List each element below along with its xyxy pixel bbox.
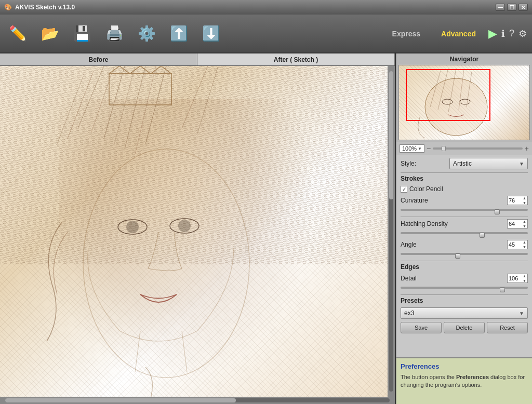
curvature-down[interactable]: ▼	[523, 200, 526, 205]
nav-viewport-indicator[interactable]	[406, 69, 490, 121]
divider-3	[401, 261, 528, 261]
upload-icon: ⬆️	[170, 25, 188, 42]
app-icon: 🎨	[4, 4, 12, 11]
style-select[interactable]: Artistic ▼	[449, 158, 528, 169]
svg-point-15	[126, 221, 139, 233]
zoom-display[interactable]: 100% ▼	[400, 144, 424, 153]
h-scroll-thumb[interactable]	[5, 398, 236, 402]
save-preset-button[interactable]: Save	[401, 322, 442, 333]
upload-button[interactable]: ⬆️	[166, 19, 191, 48]
info-button[interactable]: ℹ	[501, 28, 505, 39]
style-select-arrow: ▼	[519, 161, 524, 167]
download-button[interactable]: ⬇️	[198, 19, 223, 48]
hatching-density-value: 64	[509, 221, 515, 227]
run-button[interactable]: ▶	[488, 27, 497, 41]
color-pencil-row: ✓ Color Pencil	[401, 185, 528, 193]
svg-point-13	[83, 149, 249, 378]
curvature-value-box[interactable]: 76 ▲ ▼	[507, 196, 528, 205]
curvature-slider-thumb[interactable]	[495, 209, 500, 214]
color-pencil-checkbox[interactable]: ✓	[401, 186, 407, 193]
save-button[interactable]: 💾	[70, 19, 95, 48]
h-scroll-track[interactable]	[5, 398, 390, 402]
detail-value-box[interactable]: 106 ▲ ▼	[507, 274, 528, 283]
curvature-up[interactable]: ▲	[523, 196, 526, 200]
help-button[interactable]: ?	[509, 28, 514, 39]
svg-line-18	[0, 118, 52, 170]
edges-header: Edges	[401, 263, 528, 272]
v-scroll-thumb[interactable]	[389, 71, 393, 199]
zoom-plus-button[interactable]: +	[525, 144, 529, 153]
angle-down[interactable]: ▼	[523, 245, 526, 249]
preset-buttons-row: Save Delete Reset	[401, 322, 528, 333]
express-mode-tab[interactable]: Express	[384, 28, 429, 40]
zoom-slider-thumb[interactable]	[442, 146, 446, 151]
hatching-density-header: Hatching Density 64 ▲ ▼	[401, 219, 528, 228]
controls-section: Style: Artistic ▼ Strokes ✓ Color Pencil…	[396, 155, 532, 357]
detail-up[interactable]: ▲	[523, 274, 526, 278]
svg-line-1	[91, 66, 114, 133]
svg-line-0	[78, 66, 104, 128]
settings-button[interactable]: ⚙️	[134, 19, 159, 48]
before-tab[interactable]: Before	[0, 53, 197, 65]
angle-up[interactable]: ▲	[523, 240, 526, 245]
canvas-scrollbar-v[interactable]	[388, 66, 395, 397]
detail-arrows[interactable]: ▲ ▼	[523, 274, 526, 283]
presets-header: Presets	[401, 297, 528, 305]
zoom-slider[interactable]	[433, 147, 523, 150]
reset-preset-button[interactable]: Reset	[487, 322, 528, 333]
angle-value: 45	[509, 241, 515, 248]
hatching-density-slider-thumb[interactable]	[480, 233, 485, 238]
preferences-title: Preferences	[401, 362, 528, 370]
titlebar-right: — ❐ ✕	[496, 4, 528, 11]
advanced-mode-tab[interactable]: Advanced	[433, 28, 484, 40]
print-icon: 🖨️	[105, 25, 124, 42]
hatching-density-up[interactable]: ▲	[523, 219, 526, 224]
style-row: Style: Artistic ▼	[401, 158, 528, 169]
minimize-button[interactable]: —	[496, 4, 505, 11]
print-button[interactable]: 🖨️	[102, 19, 127, 48]
angle-slider-track[interactable]	[401, 253, 528, 255]
angle-slider-thumb[interactable]	[455, 253, 460, 259]
curvature-arrows[interactable]: ▲ ▼	[523, 196, 526, 205]
detail-down[interactable]: ▼	[523, 278, 526, 283]
detail-row: Detail 106 ▲ ▼	[401, 274, 528, 291]
zoom-minus-button[interactable]: −	[427, 144, 431, 153]
app-title: AKVIS Sketch v.13.0	[15, 4, 75, 11]
download-icon: ⬇️	[202, 25, 220, 42]
canvas-scrollbar-h[interactable]	[0, 397, 395, 404]
hatching-density-row: Hatching Density 64 ▲ ▼	[401, 219, 528, 237]
after-tab[interactable]: After ( Sketch )	[197, 53, 395, 65]
hatching-density-down[interactable]: ▼	[523, 224, 526, 228]
load-button[interactable]: 📂	[37, 19, 62, 48]
v-scroll-track[interactable]	[389, 71, 393, 392]
delete-preset-button[interactable]: Delete	[444, 322, 485, 333]
detail-slider-thumb[interactable]	[500, 287, 505, 292]
detail-slider-track[interactable]	[401, 287, 528, 289]
curvature-value: 76	[509, 197, 515, 204]
style-value: Artistic	[453, 160, 472, 167]
restore-button[interactable]: ❐	[507, 4, 516, 11]
pref-text-bold: Preferences	[456, 374, 489, 380]
sketch-svg	[0, 66, 395, 397]
settings-icon: ⚙️	[138, 25, 156, 42]
zoom-dropdown-arrow[interactable]: ▼	[418, 146, 422, 151]
svg-point-17	[178, 220, 191, 232]
angle-value-box[interactable]: 45 ▲ ▼	[507, 240, 528, 249]
preferences-button[interactable]: ⚙	[518, 28, 527, 39]
angle-row: Angle 45 ▲ ▼	[401, 240, 528, 258]
hatching-density-slider-track[interactable]	[401, 232, 528, 234]
close-button[interactable]: ✕	[518, 4, 528, 11]
angle-label: Angle	[401, 241, 417, 248]
pencil-tool-button[interactable]: ✏️	[5, 19, 30, 48]
hatching-density-arrows[interactable]: ▲ ▼	[523, 219, 526, 228]
color-pencil-label: Color Pencil	[409, 185, 443, 193]
curvature-slider-track[interactable]	[401, 209, 528, 211]
svg-line-10	[197, 66, 218, 133]
presets-select[interactable]: ex3 ▼	[401, 307, 528, 319]
angle-arrows[interactable]: ▲ ▼	[523, 240, 526, 249]
divider-2	[401, 217, 528, 217]
svg-marker-12	[109, 66, 171, 74]
hatching-density-value-box[interactable]: 64 ▲ ▼	[507, 219, 528, 228]
zoom-bar: 100% ▼ − +	[396, 142, 532, 155]
angle-header: Angle 45 ▲ ▼	[401, 240, 528, 249]
